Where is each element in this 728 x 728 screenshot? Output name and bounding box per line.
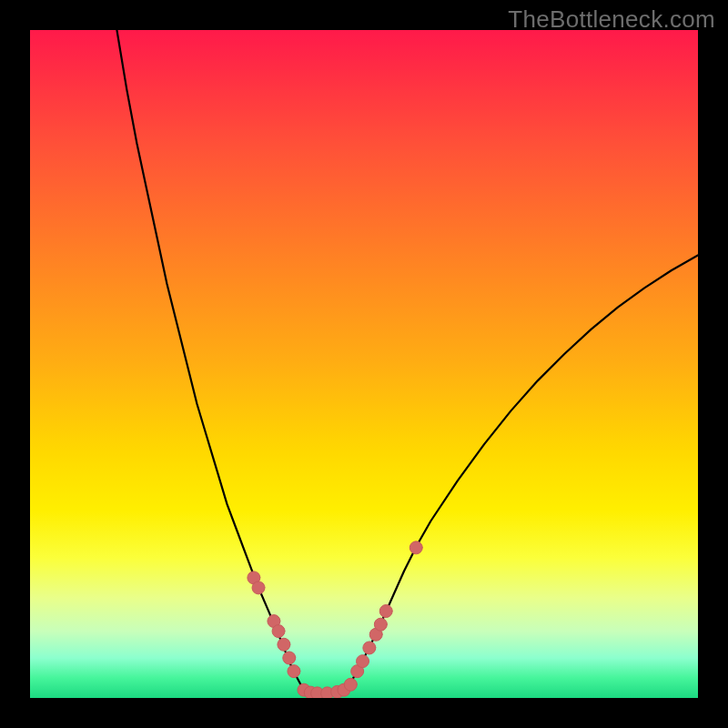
chart-canvas	[30, 30, 698, 698]
watermark-text: TheBottleneck.com	[508, 5, 715, 34]
plot-area	[30, 30, 698, 698]
chart-frame: TheBottleneck.com	[0, 0, 728, 728]
